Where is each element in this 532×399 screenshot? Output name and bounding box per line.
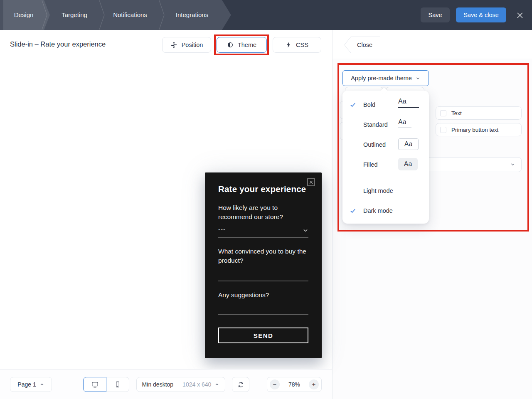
zoom-in-button[interactable]: +	[309, 379, 319, 389]
widget-preview-title: Rate your experience	[218, 184, 306, 194]
menu-item-label: Filled	[363, 155, 378, 175]
close-icon	[309, 180, 313, 184]
tab-separator-chevron	[99, 0, 106, 30]
style-preview-filled: Aa	[398, 158, 418, 170]
menu-item-standard[interactable]: Standard Aa	[342, 115, 429, 135]
style-preview-outlined: Aa	[398, 138, 419, 150]
widget-title: Slide-in – Rate your experience	[10, 30, 106, 58]
color-swatch[interactable]	[440, 127, 446, 133]
slide-in-widget-preview: Rate your experience How likely are you …	[205, 172, 322, 358]
tab-targeting[interactable]: Targeting	[49, 0, 100, 30]
widget-question-2: What convinced you to buy the product?	[218, 247, 307, 265]
mobile-icon	[114, 381, 121, 388]
menu-item-label: Outlined	[363, 135, 386, 155]
close-icon	[516, 12, 524, 19]
menu-item-label: Bold	[363, 95, 375, 115]
close-editor-button[interactable]	[515, 10, 525, 21]
widget-select-field[interactable]: ---	[218, 226, 308, 234]
widget-send-button[interactable]: SEND	[218, 328, 308, 343]
check-icon	[350, 207, 356, 214]
apply-theme-label: Apply pre-made theme	[351, 75, 412, 81]
zoom-out-button[interactable]: −	[270, 379, 280, 389]
widget-question-1: How likely are you to recommend our stor…	[218, 203, 307, 222]
style-preview-standard: Aa	[398, 118, 411, 128]
theme-panel: Apply pre-made theme Text Primary button…	[332, 59, 532, 399]
lightning-bolt-icon	[286, 42, 292, 48]
menu-item-outlined[interactable]: Outlined Aa	[342, 135, 429, 155]
preview-canvas: Rate your experience How likely are you …	[0, 59, 332, 369]
primary-button-text-color-field[interactable]: Primary button text	[436, 123, 522, 136]
menu-divider	[342, 178, 429, 178]
breakpoint-label: Min desktop—	[142, 381, 179, 388]
tab-integrations[interactable]: Integrations	[163, 0, 221, 30]
position-button-label: Position	[182, 42, 203, 48]
css-button-label: CSS	[296, 42, 308, 48]
top-header-bar: Design Targeting Notifications Integrati…	[0, 0, 532, 30]
panel-close-label: Close	[344, 37, 380, 53]
save-button[interactable]: Save	[421, 7, 450, 22]
widget-field-underline	[218, 237, 308, 238]
widget-toolbar: Slide-in – Rate your experience Position…	[0, 30, 332, 58]
menu-item-light-mode[interactable]: Light mode	[342, 181, 429, 201]
desktop-icon	[91, 381, 99, 389]
zoom-level-value: 78%	[288, 381, 300, 388]
color-swatch[interactable]	[440, 110, 446, 116]
widget-input-underline[interactable]	[218, 314, 308, 315]
refresh-preview-button[interactable]	[232, 377, 249, 392]
widget-select-placeholder: ---	[218, 226, 226, 233]
menu-item-bold[interactable]: Bold Aa	[342, 95, 429, 115]
menu-item-filled[interactable]: Filled Aa	[342, 155, 429, 175]
page-selector[interactable]: Page 1	[10, 377, 52, 392]
tab-notifications[interactable]: Notifications	[103, 0, 157, 30]
panel-toolbar: Close	[332, 30, 532, 58]
menu-item-label: Dark mode	[363, 201, 393, 221]
position-button[interactable]: Position	[162, 37, 211, 53]
check-icon	[350, 101, 356, 108]
breakpoint-value: 1024 x 640	[182, 381, 211, 388]
panel-close-button[interactable]: Close	[344, 37, 380, 53]
canvas-footer-bar: Page 1 Min desktop— 1024 x 640	[0, 369, 332, 399]
widget-input-underline[interactable]	[218, 281, 308, 281]
menu-item-label: Standard	[363, 115, 388, 135]
contrast-theme-icon	[227, 42, 234, 48]
breakpoint-selector[interactable]: Min desktop— 1024 x 640	[136, 377, 225, 392]
text-color-label: Text	[451, 110, 462, 116]
tab-separator-chevron	[159, 0, 165, 30]
save-and-close-button[interactable]: Save & close	[456, 7, 506, 22]
chevron-down-icon	[303, 227, 308, 233]
zoom-control: − 78% +	[267, 377, 322, 392]
refresh-icon	[237, 381, 244, 388]
apply-theme-dropdown-button[interactable]: Apply pre-made theme	[342, 70, 429, 86]
css-button[interactable]: CSS	[273, 37, 321, 53]
mobile-view-toggle[interactable]	[106, 377, 129, 392]
theme-button-label: Theme	[238, 42, 256, 48]
tab-design[interactable]: Design	[3, 0, 44, 30]
chevron-up-icon	[39, 382, 44, 387]
widget-close-button[interactable]	[307, 178, 315, 186]
menu-item-label: Light mode	[363, 181, 393, 201]
menu-item-dark-mode[interactable]: Dark mode	[342, 201, 429, 221]
move-arrows-icon	[170, 42, 177, 49]
widget-question-3: Any suggestions?	[218, 291, 307, 300]
theme-dropdown-menu: Bold Aa Standard Aa Outlined Aa Filled A…	[342, 91, 429, 224]
tab-separator-chevron	[42, 0, 48, 30]
chevron-down-icon	[510, 162, 515, 167]
theme-button[interactable]: Theme	[217, 37, 267, 53]
page-selector-label: Page 1	[17, 381, 36, 388]
primary-button-text-label: Primary button text	[451, 127, 498, 133]
chevron-down-icon	[415, 76, 421, 81]
style-preview-bold: Aa	[398, 98, 419, 108]
chevron-up-icon	[214, 382, 219, 387]
desktop-view-toggle[interactable]	[83, 377, 106, 392]
app-window: Design Targeting Notifications Integrati…	[0, 0, 532, 399]
text-color-field[interactable]: Text	[436, 106, 522, 120]
